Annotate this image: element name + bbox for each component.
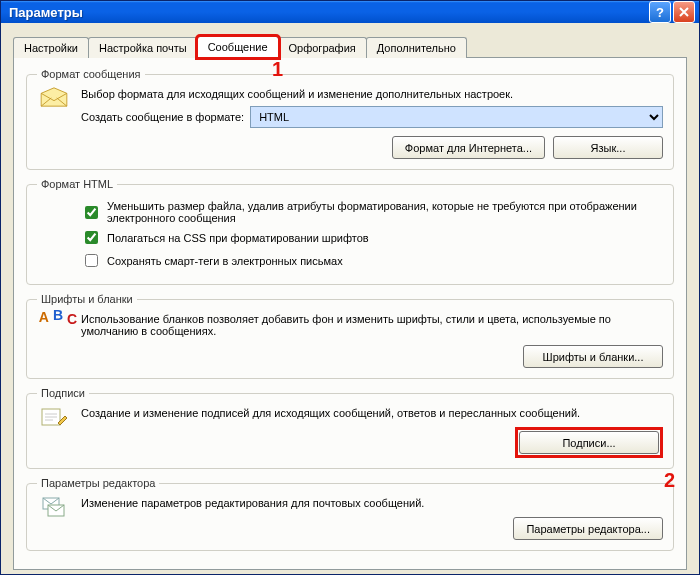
signatures-button[interactable]: Подписи... [519,431,659,454]
group-legend: Подписи [37,387,89,399]
help-button[interactable]: ? [649,1,671,23]
editor-options-button[interactable]: Параметры редактора... [513,517,663,540]
editor-desc: Изменение параметров редактирования для … [81,497,663,509]
check-label: Сохранять смарт-теги в электронных письм… [107,255,343,267]
group-editor: Параметры редактора Изменение параметров… [26,477,674,551]
tab-message[interactable]: Сообщение [197,36,279,58]
tab-page-message: Формат сообщения Выбор формата для исход… [13,57,687,570]
abc-icon: ABC [39,311,69,323]
signatures-highlight: Подписи... [515,427,663,458]
message-format-desc: Выбор формата для исходящих сообщений и … [81,88,663,100]
group-html-format: Формат HTML Уменьшить размер файла, удал… [26,178,674,285]
close-icon [679,7,689,17]
group-fonts-stationery: Шрифты и бланки ABC Использование бланко… [26,293,674,379]
tab-settings[interactable]: Настройки [13,37,89,58]
tabstrip: Настройки Настройка почты Сообщение Орфо… [1,23,699,57]
signatures-desc: Создание и изменение подписей для исходя… [81,407,663,419]
group-legend: Формат HTML [37,178,117,190]
check-label: Уменьшить размер файла, удалив атрибуты … [107,200,663,224]
annotation-marker-2: 2 [664,469,675,492]
check-smart-tags-input[interactable] [85,254,98,267]
signature-icon [40,405,68,429]
group-signatures: Подписи Создание и изменение подписей дл… [26,387,674,469]
close-button[interactable] [673,1,695,23]
check-reduce-size[interactable]: Уменьшить размер файла, удалив атрибуты … [81,200,663,224]
check-smart-tags[interactable]: Сохранять смарт-теги в электронных письм… [81,251,663,270]
titlebar-buttons: ? [649,1,695,23]
check-rely-css-input[interactable] [85,231,98,244]
tab-mail-setup[interactable]: Настройка почты [88,37,198,58]
dialog-buttons: ОК Отмена Применить [1,570,699,575]
internet-format-button[interactable]: Формат для Интернета... [392,136,545,159]
options-dialog: Параметры ? Настройки Настройка почты Со… [0,0,700,575]
check-rely-css[interactable]: Полагаться на CSS при форматировании шри… [81,228,663,247]
annotation-marker-1: 1 [272,58,283,81]
mail-templates-icon [40,495,68,519]
fonts-desc: Использование бланков позволяет добавить… [81,313,663,337]
window-title: Параметры [9,5,649,20]
group-legend: Формат сообщения [37,68,145,80]
tab-advanced[interactable]: Дополнительно [366,37,467,58]
tab-spelling[interactable]: Орфография [278,37,367,58]
group-message-format: Формат сообщения Выбор формата для исход… [26,68,674,170]
group-legend: Шрифты и бланки [37,293,137,305]
titlebar: Параметры ? [1,1,699,23]
check-reduce-size-input[interactable] [85,206,98,219]
group-legend: Параметры редактора [37,477,159,489]
check-label: Полагаться на CSS при форматировании шри… [107,232,369,244]
fonts-stationery-button[interactable]: Шрифты и бланки... [523,345,663,368]
compose-format-select[interactable]: HTML [250,106,663,128]
compose-format-label: Создать сообщение в формате: [81,111,244,123]
envelope-icon [39,86,69,108]
language-button[interactable]: Язык... [553,136,663,159]
